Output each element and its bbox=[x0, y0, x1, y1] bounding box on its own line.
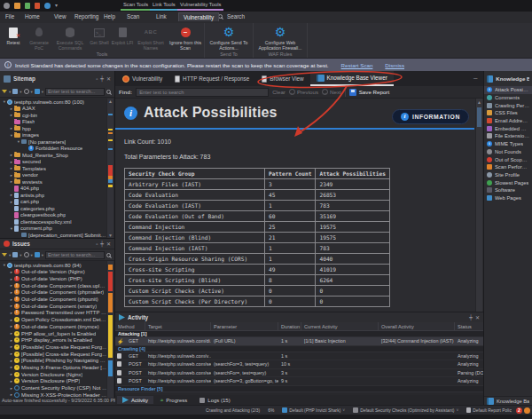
issues-search-input[interactable] bbox=[45, 251, 105, 259]
kb-item-email-addresses[interactable]: Email Addresses bbox=[484, 117, 532, 125]
visibility-caret-icon[interactable]: ▾ bbox=[31, 253, 33, 257]
filter-icon[interactable] bbox=[2, 90, 7, 93]
view-mode-icon[interactable] bbox=[12, 89, 18, 94]
pin-icon[interactable]: ┿ bbox=[100, 75, 104, 82]
scroll-up-icon[interactable]: ▲ bbox=[476, 99, 482, 105]
visibility-icon[interactable] bbox=[24, 89, 29, 94]
issue-item[interactable]: ▸Open Policy Crossdomain.xml Detect... bbox=[0, 316, 114, 323]
configure-send-to-actions-button[interactable]: ⚙Configure Send To Actions... bbox=[206, 24, 252, 51]
severity-badge[interactable]: 2 bbox=[516, 407, 522, 414]
tree-item[interactable]: Flash bbox=[0, 119, 114, 126]
ribbon-tab-view[interactable]: View bbox=[54, 13, 66, 20]
tab-browser-view[interactable]: Browser View bbox=[255, 71, 309, 86]
context-group-vulnerability-tools[interactable]: Vulnerability Tools bbox=[177, 1, 223, 11]
tree-item[interactable]: ▸Templates bbox=[0, 165, 114, 172]
pin-icon[interactable]: ┿ bbox=[469, 314, 473, 320]
sitemap-search-icon[interactable] bbox=[106, 90, 111, 94]
table-row[interactable]: Arbitrary Files (IAST)32349 bbox=[125, 179, 390, 190]
pin-icon[interactable]: ┿ bbox=[100, 241, 104, 247]
group-icon[interactable] bbox=[35, 89, 40, 94]
previous-button[interactable]: ←Previous bbox=[289, 89, 318, 95]
table-row[interactable]: Command Injection2519575 bbox=[125, 222, 390, 233]
issue-item[interactable]: ▸Version Disclosure (PHP) bbox=[0, 378, 114, 385]
ribbon-tab-file[interactable]: File bbox=[5, 13, 14, 20]
kb-item-mime-types[interactable]: iMIME Types bbox=[484, 140, 532, 148]
statusbar-dropdown-default-php-invicti-shark-[interactable]: Default (PHP Invicti Shark)˅ bbox=[282, 407, 345, 413]
issue-item[interactable]: ▸Out-of-date Component (phpmailer) bbox=[0, 289, 114, 296]
table-row[interactable]: Code Evaluation (Out of Band)6035169 bbox=[125, 211, 390, 222]
tree-item[interactable]: categories.php bbox=[0, 205, 114, 212]
tree-item[interactable]: ▸secured bbox=[0, 159, 114, 166]
tab-http-request-response[interactable]: HTTP Request / Response bbox=[168, 71, 255, 86]
view-caret-icon[interactable]: ▾ bbox=[20, 90, 21, 94]
issue-item[interactable]: ▸Content Security Policy (CSP) Not Im... bbox=[0, 384, 114, 391]
activity-group-header[interactable]: Resource Finder [5] bbox=[115, 386, 483, 392]
group-caret-icon[interactable]: ▾ bbox=[42, 253, 43, 257]
ribbon-search[interactable]: Search bbox=[218, 13, 245, 20]
activity-row[interactable]: POSThttp://testphp.vulnweb.com/se...(sea… bbox=[115, 377, 483, 386]
activity-column-target[interactable]: Target bbox=[145, 322, 211, 330]
sort-icon[interactable] bbox=[12, 252, 18, 257]
activity-row[interactable]: POSThttp://testphp.vulnweb.com/se...(sea… bbox=[115, 369, 483, 378]
retest-button[interactable]: Retest bbox=[1, 24, 26, 51]
sitemap-search-input[interactable] bbox=[45, 88, 105, 96]
table-row[interactable]: Cross-site Scripting (Blind)86264 bbox=[125, 275, 390, 286]
dock-window-icon[interactable]: ▫ bbox=[96, 76, 98, 82]
ribbon-tab-link[interactable]: Link bbox=[156, 13, 167, 20]
tree-item[interactable]: ▸wvstests bbox=[0, 178, 114, 186]
issue-item[interactable]: ▸Version Disclosure (Nginx) bbox=[0, 371, 114, 378]
kb-item-attack-possibilities[interactable]: iAttack Possibilities bbox=[484, 86, 532, 94]
close-icon[interactable]: ✕ bbox=[475, 314, 480, 320]
tree-item[interactable]: 404.php bbox=[0, 186, 114, 193]
kb-item-embedded-objects[interactable]: Embedded Objects bbox=[484, 124, 532, 132]
table-row[interactable]: Cross-site Scripting4941019 bbox=[125, 265, 390, 275]
tree-item[interactable]: ▸cgi-bin bbox=[0, 112, 114, 119]
ignore-from-this-scan-button[interactable]: –Ignore from this Scan bbox=[168, 24, 203, 51]
kb-item-css-files[interactable]: CSS Files bbox=[484, 109, 532, 117]
group-caret-icon[interactable]: ▾ bbox=[42, 90, 43, 94]
kb-item-comments[interactable]: Comments bbox=[484, 94, 532, 102]
sort-caret-icon[interactable]: ▾ bbox=[20, 253, 21, 257]
tree-item[interactable]: iForbidden Resource bbox=[0, 146, 114, 153]
tree-item[interactable]: clientaccesspolicy.xml bbox=[0, 218, 114, 225]
activity-row[interactable]: GEThttp://testphp.vulnweb.com/v...1 sAna… bbox=[115, 352, 483, 361]
activity-column-parameter[interactable]: Parameter bbox=[211, 322, 278, 330]
tree-item[interactable]: ▾testphp.vulnweb.com:80 (100) bbox=[0, 99, 114, 106]
visibility-icon[interactable] bbox=[24, 252, 29, 257]
close-icon[interactable]: ✕ bbox=[106, 241, 111, 247]
pause-icon[interactable] bbox=[44, 3, 51, 9]
tree-item[interactable]: ▸artists.php bbox=[0, 192, 114, 199]
kb-item-not-founds[interactable]: Not Founds bbox=[484, 148, 532, 156]
issue-item[interactable]: ▸Out-of-date Component (class.uploa... bbox=[0, 282, 114, 289]
tree-item[interactable]: clearguestbook.php bbox=[0, 212, 114, 219]
dock-window-icon[interactable]: ▫ bbox=[96, 241, 98, 247]
sitemap-scrollbar[interactable]: ▲▼ bbox=[106, 99, 113, 238]
tree-item[interactable]: ▸cart.php bbox=[0, 199, 114, 206]
table-row[interactable]: Code Evaluation4526853 bbox=[125, 190, 390, 201]
issue-item[interactable]: ▸Missing X-Frame-Options Header [Va... bbox=[0, 364, 114, 371]
activity-column-current-activity[interactable]: Current Activity bbox=[301, 322, 379, 330]
tree-item[interactable]: ▾comment.php bbox=[0, 225, 114, 233]
issue-item[interactable]: ▸PHP allow_url_fopen Is Enabled bbox=[0, 330, 114, 337]
statusbar-dropdown-default-report-policy[interactable]: Default Report Policy˅ bbox=[466, 407, 518, 413]
kb-item-scan-performance[interactable]: Scan Performance bbox=[484, 163, 532, 171]
tab-knowledge-base-viewer[interactable]: Knowledge Base Viewer bbox=[310, 71, 394, 86]
save-report-button[interactable]: Save Report bbox=[349, 89, 389, 96]
toolbar-caret-icon[interactable]: ▾ bbox=[55, 3, 58, 9]
kb-item-web-pages[interactable]: Web Pages bbox=[484, 194, 532, 202]
kb-item-site-profile[interactable]: Site Profile bbox=[484, 171, 532, 179]
scrollbar-thumb[interactable] bbox=[477, 107, 481, 127]
next-button[interactable]: →Next bbox=[322, 89, 341, 95]
configure-web-application-firewall-button[interactable]: ⚙Configure Web Application Firewall... bbox=[254, 24, 306, 51]
activity-column-method[interactable]: Method bbox=[115, 322, 145, 330]
import-icon[interactable] bbox=[35, 3, 40, 9]
issues-search-icon[interactable] bbox=[106, 253, 111, 257]
activity-group-header[interactable]: Attacking [1] bbox=[115, 331, 483, 337]
kb-item-file-extensions[interactable]: File Extensions bbox=[484, 132, 532, 140]
issue-item[interactable]: ▸PHP display_errors Is Enabled bbox=[0, 336, 114, 344]
table-row[interactable]: Custom Script Checks (Per Directory)00 bbox=[125, 296, 390, 307]
issue-item[interactable]: ▸[Possible] Phishing by Navigating Bro..… bbox=[0, 357, 114, 364]
issue-item[interactable]: ▸Out-of-date Component (phpunit) bbox=[0, 296, 114, 303]
ribbon-tab-vulnerability[interactable]: Vulnerability bbox=[178, 12, 219, 21]
open-file-icon[interactable] bbox=[25, 3, 30, 9]
